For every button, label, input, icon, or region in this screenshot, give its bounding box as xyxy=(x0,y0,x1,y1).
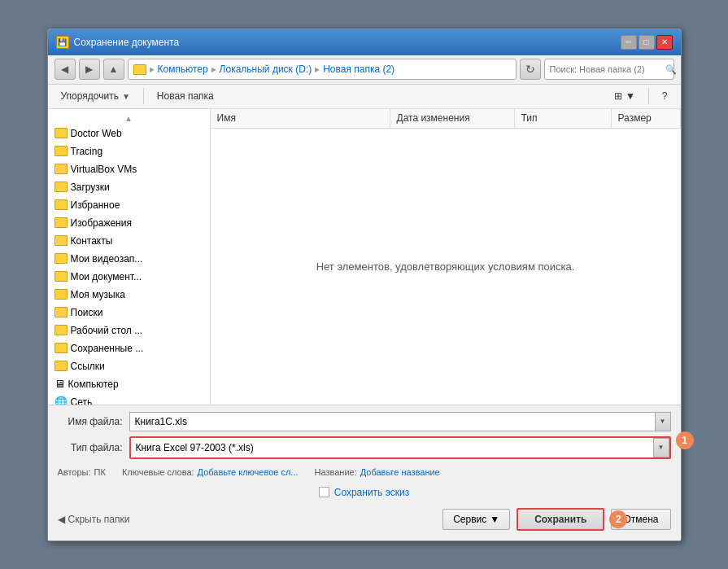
sidebar-item-label: Tracing xyxy=(71,146,103,157)
sidebar-item-label: Загрузки xyxy=(71,182,110,193)
breadcrumb-computer[interactable]: Компьютер xyxy=(158,63,208,75)
folder-icon xyxy=(54,199,68,210)
title-label: Название: xyxy=(315,467,357,477)
up-button[interactable]: ▲ xyxy=(103,59,124,80)
filetype-dropdown-button[interactable]: ▼ xyxy=(653,438,669,457)
sidebar-item-label: Изображения xyxy=(71,217,132,229)
sidebar-item-saved[interactable]: Сохраненные ... xyxy=(48,339,210,357)
sidebar-item-contacts[interactable]: Контакты xyxy=(48,232,210,250)
sidebar-item-searches[interactable]: Поиски xyxy=(48,304,210,322)
sidebar-item-images[interactable]: Изображения xyxy=(48,214,210,232)
dialog-icon: 💾 xyxy=(56,36,69,49)
sidebar-item-label: Рабочий стол ... xyxy=(71,325,143,336)
breadcrumb-drive[interactable]: Локальный диск (D:) xyxy=(220,63,312,75)
sidebar-item-label: VirtualBox VMs xyxy=(71,164,137,175)
breadcrumb-bar[interactable]: ▸ Компьютер ▸ Локальный диск (D:) ▸ Нова… xyxy=(128,59,517,80)
sidebar-item-documents[interactable]: Мои документ... xyxy=(48,268,210,286)
maximize-button[interactable]: □ xyxy=(639,35,655,50)
thumbnail-checkbox[interactable] xyxy=(319,487,329,497)
computer-label: Компьютер xyxy=(68,379,119,390)
sidebar-item-label: Контакты xyxy=(71,235,113,247)
filetype-row: Тип файла: ▼ 1 xyxy=(58,436,671,459)
folder-icon xyxy=(54,307,68,317)
thumbnail-label[interactable]: Сохранить эскиз xyxy=(334,487,410,498)
dialog-icon-symbol: 💾 xyxy=(58,38,67,46)
footer-right: Сервис ▼ Сохранить 2 Отмена xyxy=(442,508,670,531)
forward-button[interactable]: ▶ xyxy=(79,59,100,80)
filename-row: Имя файла: ▼ xyxy=(58,412,671,431)
sidebar-item-virtualbox[interactable]: VirtualBox VMs xyxy=(48,160,210,178)
help-icon: ? xyxy=(662,90,668,102)
back-button[interactable]: ◀ xyxy=(54,59,76,80)
hide-folders-button[interactable]: ◀ Скрыть папки xyxy=(58,514,130,525)
filetype-input[interactable] xyxy=(131,438,653,457)
organize-dropdown-icon: ▼ xyxy=(122,92,130,101)
folder-icon xyxy=(54,325,68,335)
folder-icon xyxy=(54,361,68,371)
refresh-icon: ↻ xyxy=(525,63,535,76)
folder-icon xyxy=(54,128,68,138)
breadcrumb-folder[interactable]: Новая папка (2) xyxy=(323,63,395,75)
close-button[interactable]: ✕ xyxy=(656,35,673,50)
keywords-link[interactable]: Добавьте ключевое сл... xyxy=(198,467,299,477)
save-button[interactable]: Сохранить xyxy=(517,508,604,531)
toolbar-divider xyxy=(143,88,144,104)
sidebar-item-links[interactable]: Ссылки xyxy=(48,357,210,375)
organize-button[interactable]: Упорядочить ▼ xyxy=(54,87,137,105)
view-button[interactable]: ⊞ ▼ xyxy=(608,87,642,105)
nav-bar: ◀ ▶ ▲ ▸ Компьютер ▸ Локальный диск (D:) … xyxy=(48,55,681,85)
thumbnail-row: Сохранить эскиз xyxy=(58,485,671,500)
file-list-header: Имя Дата изменения Тип Размер xyxy=(211,109,681,129)
folder-icon xyxy=(54,343,68,353)
filename-label: Имя файла: xyxy=(58,416,123,427)
col-header-type[interactable]: Тип xyxy=(515,109,612,128)
sidebar-item-videos[interactable]: Мои видеозап... xyxy=(48,250,210,268)
up-icon: ▲ xyxy=(109,63,119,75)
col-header-date[interactable]: Дата изменения xyxy=(390,109,515,128)
folder-icon xyxy=(54,217,68,228)
empty-message: Нет элементов, удовлетворяющих условиям … xyxy=(316,260,575,273)
help-button[interactable]: ? xyxy=(656,87,674,105)
file-list-body: Нет элементов, удовлетворяющих условиям … xyxy=(211,129,681,405)
annotation-circle-2: 2 xyxy=(609,510,627,528)
title-bar-left: 💾 Сохранение документа xyxy=(56,36,180,49)
sidebar-item-label: Сохраненные ... xyxy=(71,343,144,354)
col-header-size[interactable]: Размер xyxy=(612,109,681,128)
sidebar-item-desktop[interactable]: Рабочий стол ... xyxy=(48,322,210,339)
annotation-circle-1: 1 xyxy=(676,431,694,449)
filetype-input-wrapper: ▼ xyxy=(129,436,671,459)
view-dropdown-icon: ▼ xyxy=(626,90,635,102)
save-dialog: 💾 Сохранение документа ─ □ ✕ ◀ ▶ ▲ ▸ Ком… xyxy=(47,28,682,541)
breadcrumb-sep2: ▸ xyxy=(211,63,216,75)
service-button[interactable]: Сервис ▼ xyxy=(442,509,510,530)
sidebar-item-tracing[interactable]: Tracing xyxy=(48,142,210,160)
authors-label: Авторы: xyxy=(58,467,91,477)
filename-dropdown-button[interactable]: ▼ xyxy=(655,412,671,431)
search-bar: 🔍 xyxy=(544,59,674,80)
filename-input-wrapper: ▼ xyxy=(129,412,671,431)
sidebar-item-network[interactable]: 🌐 Сеть xyxy=(48,393,210,405)
folder-tree: ▲ Doctor Web Tracing VirtualBox VMs Загр… xyxy=(48,109,211,405)
sidebar-item-downloads[interactable]: Загрузки xyxy=(48,178,210,196)
sidebar-item-music[interactable]: Моя музыка xyxy=(48,286,210,304)
refresh-button[interactable]: ↻ xyxy=(520,59,541,80)
new-folder-button[interactable]: Новая папка xyxy=(150,87,220,105)
sidebar-item-doctorweb[interactable]: Doctor Web xyxy=(48,125,210,142)
minimize-button[interactable]: ─ xyxy=(621,35,637,50)
keywords-group: Ключевые слова: Добавьте ключевое сл... xyxy=(122,467,299,477)
filename-input[interactable] xyxy=(129,412,655,431)
title-link[interactable]: Добавьте название xyxy=(360,467,440,477)
keywords-label: Ключевые слова: xyxy=(122,467,194,477)
sidebar-item-favorites[interactable]: Избранное xyxy=(48,196,210,214)
organize-label: Упорядочить xyxy=(61,90,119,102)
filetype-wrapper: ▼ 1 xyxy=(129,436,671,459)
sidebar-item-label: Мои документ... xyxy=(71,271,142,282)
title-controls: ─ □ ✕ xyxy=(621,35,673,50)
search-input[interactable] xyxy=(550,64,662,74)
sidebar-item-computer[interactable]: 🖥 Компьютер xyxy=(48,375,210,393)
search-icon: 🔍 xyxy=(665,64,677,75)
col-header-name[interactable]: Имя xyxy=(211,109,390,128)
sidebar-item-label: Поиски xyxy=(71,307,103,318)
folder-icon xyxy=(54,164,68,174)
folder-icon xyxy=(54,182,68,192)
